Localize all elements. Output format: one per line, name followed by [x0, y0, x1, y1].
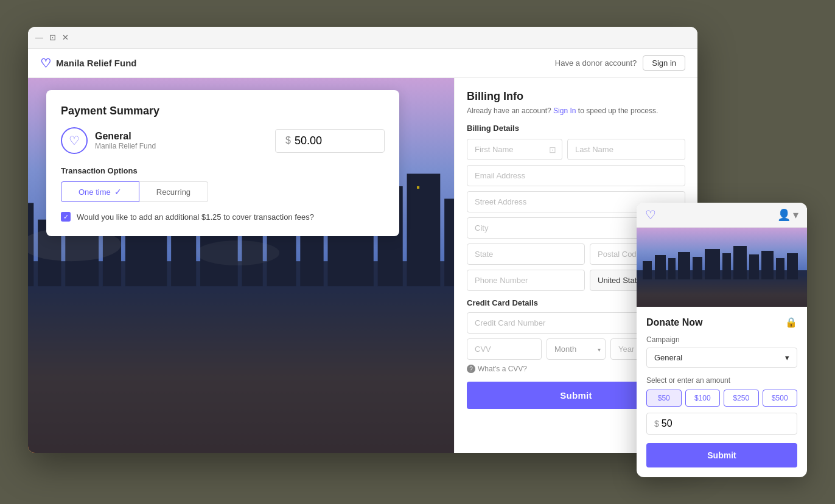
fee-text: Would you like to add an additional $1.2… — [77, 212, 314, 222]
widget-body: Donate Now 🔒 Campaign General ▾ Select o… — [637, 307, 807, 477]
svg-rect-35 — [417, 186, 419, 189]
logo-heart-icon: ♡ — [40, 56, 51, 71]
lock-icon: 🔒 — [785, 317, 797, 328]
svg-rect-46 — [705, 249, 720, 279]
billing-details-label: Billing Details — [467, 124, 685, 133]
close-button[interactable]: ✕ — [62, 33, 69, 42]
browser-titlebar: — ⊡ ✕ — [28, 27, 697, 49]
browser-window: — ⊡ ✕ ♡ Manila Relief Fund Have a donor … — [28, 27, 697, 453]
app-header: ♡ Manila Relief Fund Have a donor accoun… — [28, 49, 697, 78]
svg-rect-43 — [668, 258, 676, 279]
widget-city-image — [637, 228, 807, 307]
widget-amount-value: 50 — [662, 418, 673, 429]
widget-user[interactable]: 👤 ▾ — [777, 208, 798, 222]
widget-amount-input[interactable]: $ 50 — [646, 413, 797, 435]
widget-dropdown-icon: ▾ — [785, 353, 789, 362]
fee-checkbox[interactable]: ✓ — [61, 212, 71, 222]
amount-500-button[interactable]: $500 — [763, 390, 798, 407]
svg-rect-51 — [776, 258, 784, 279]
svg-rect-49 — [749, 254, 759, 279]
amount-250-button[interactable]: $250 — [724, 390, 759, 407]
donation-info: ♡ General Manila Relief Fund — [61, 127, 156, 154]
payment-summary-title: Payment Summary — [61, 105, 385, 117]
widget-campaign-label: Campaign — [646, 335, 797, 344]
signin-button[interactable]: Sign in — [643, 55, 685, 71]
svg-rect-45 — [693, 257, 702, 279]
first-name-wrapper: ⊡ — [467, 139, 562, 160]
donation-details: General Manila Relief Fund — [95, 131, 156, 150]
minimize-button[interactable]: — — [35, 33, 43, 42]
name-row: ⊡ — [467, 139, 685, 160]
widget-header: ♡ 👤 ▾ — [637, 203, 807, 228]
one-time-button[interactable]: One time ✓ — [61, 181, 139, 202]
campaign-name: General — [95, 131, 156, 142]
amount-buttons: $50 $100 $250 $500 — [646, 390, 797, 407]
checkmark-icon: ✓ — [114, 187, 122, 197]
campaign-fund: Manila Relief Fund — [95, 142, 156, 150]
mobile-widget: ♡ 👤 ▾ — [637, 203, 807, 477]
donation-row: ♡ General Manila Relief Fund $ 50.00 — [61, 127, 385, 154]
donor-account-text: Have a donor account? — [555, 58, 637, 68]
widget-campaign-value: General — [654, 353, 682, 362]
svg-rect-48 — [733, 246, 747, 279]
browser-content: Payment Summary ♡ General Manila Relief … — [28, 78, 697, 453]
amount-value: 50.00 — [295, 135, 322, 147]
widget-amount-label: Select or enter an amount — [646, 376, 797, 385]
email-input[interactable] — [467, 165, 685, 186]
email-row — [467, 165, 685, 186]
widget-donate-title: Donate Now 🔒 — [646, 317, 797, 328]
last-name-input[interactable] — [567, 139, 685, 160]
amount-display[interactable]: $ 50.00 — [275, 129, 385, 153]
person-icon: ⊡ — [549, 145, 556, 155]
payment-summary-card: Payment Summary ♡ General Manila Relief … — [46, 90, 399, 236]
svg-rect-44 — [678, 252, 690, 279]
app-title: Manila Relief Fund — [56, 58, 137, 68]
cvv-input[interactable] — [467, 338, 542, 360]
state-input[interactable] — [467, 243, 585, 265]
widget-submit-button[interactable]: Submit — [646, 443, 797, 467]
svg-rect-17 — [407, 173, 441, 286]
svg-rect-41 — [643, 261, 652, 279]
cvv-help-text: What's a CVV? — [478, 365, 527, 373]
widget-heart-icon: ♡ — [645, 208, 656, 222]
first-name-input[interactable] — [467, 139, 562, 160]
svg-rect-47 — [722, 253, 731, 279]
svg-rect-52 — [787, 253, 798, 279]
campaign-icon: ♡ — [61, 127, 88, 154]
billing-title: Billing Info — [467, 90, 685, 103]
recurring-button[interactable]: Recurring — [139, 181, 208, 202]
amount-50-button[interactable]: $50 — [646, 390, 682, 407]
billing-subtitle: Already have an account? Sign In to spee… — [467, 107, 685, 115]
svg-point-38 — [196, 240, 279, 265]
info-icon[interactable]: ? — [467, 365, 475, 373]
dollar-sign: $ — [285, 135, 291, 146]
widget-hero-image — [637, 228, 807, 307]
transaction-toggle-group: One time ✓ Recurring — [61, 181, 385, 202]
app-logo: ♡ Manila Relief Fund — [40, 56, 137, 71]
month-select[interactable]: Month — [547, 338, 606, 360]
billing-signin-link[interactable]: Sign In — [553, 107, 576, 115]
phone-input[interactable] — [467, 270, 585, 291]
widget-campaign-select[interactable]: General ▾ — [646, 348, 797, 368]
one-time-label: One time — [79, 187, 111, 197]
user-dropdown-icon: ▾ — [793, 208, 798, 222]
header-right: Have a donor account? Sign in — [555, 55, 685, 71]
month-wrapper: Month ▾ — [547, 338, 606, 360]
restore-button[interactable]: ⊡ — [49, 33, 56, 42]
user-avatar-icon: 👤 — [777, 208, 791, 222]
widget-dollar-sign: $ — [654, 419, 659, 429]
transaction-options-label: Transaction Options — [61, 166, 385, 175]
fee-row: ✓ Would you like to add an additional $1… — [61, 212, 385, 222]
amount-100-button[interactable]: $100 — [685, 390, 721, 407]
window-controls: — ⊡ ✕ — [35, 33, 69, 42]
svg-rect-42 — [655, 255, 666, 279]
svg-rect-50 — [761, 251, 774, 279]
